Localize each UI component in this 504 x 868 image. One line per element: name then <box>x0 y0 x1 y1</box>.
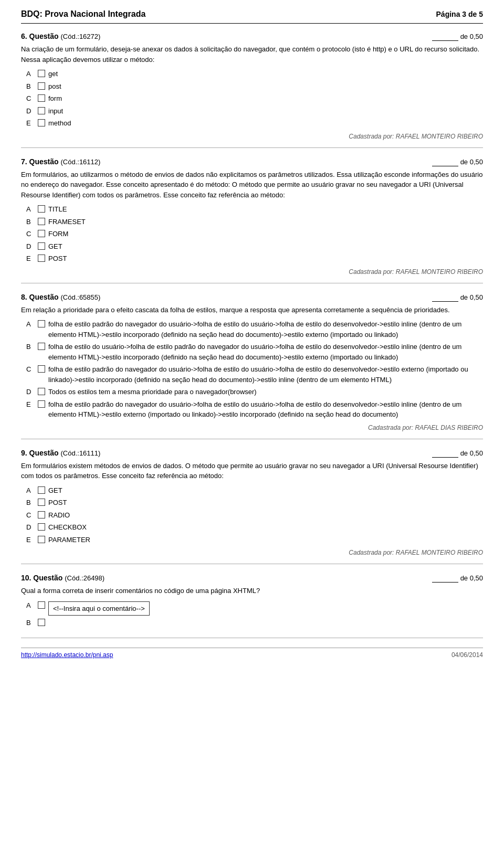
question-9-option-c: C RADIO <box>26 510 483 521</box>
question-9-option-d: D CHECKBOX <box>26 522 483 533</box>
question-9-option-e: E PARAMETER <box>26 535 483 545</box>
question-8-registered: Cadastrada por: RAFAEL DIAS RIBEIRO <box>21 424 483 431</box>
question-7-options: A TITLE B FRAMESET C FORM D GET <box>26 204 483 264</box>
question-10-title: 10. Questão (Cód.:26498) <box>21 574 104 582</box>
checkbox-8-e[interactable] <box>38 400 45 408</box>
checkbox-10-b[interactable] <box>38 619 45 626</box>
question-9-score: de 0,50 <box>432 449 483 458</box>
question-8-option-c: C folha de estilo padrão do navegador do… <box>26 364 483 385</box>
question-7-option-d: D GET <box>26 241 483 252</box>
checkbox-8-c[interactable] <box>38 365 45 373</box>
question-9-option-a: A GET <box>26 485 483 496</box>
question-10-options: A <!--Insira aqui o comentário--> B <box>26 600 483 628</box>
question-6-registered: Cadastrada por: RAFAEL MONTEIRO RIBEIRO <box>21 133 483 140</box>
question-6-option-b: B post <box>26 81 483 92</box>
question-6-option-e: E method <box>26 118 483 129</box>
checkbox-7-b[interactable] <box>38 218 45 225</box>
question-7-title: 7. Questão (Cód.:16112) <box>21 157 100 166</box>
question-9-options: A GET B POST C RADIO D CHECKBOX <box>26 485 483 545</box>
footer-url[interactable]: http://simulado.estacio.br/pni.asp <box>21 651 113 659</box>
checkbox-6-c[interactable] <box>38 94 45 102</box>
question-7-header: 7. Questão (Cód.:16112) de 0,50 <box>21 157 483 166</box>
question-8-body: Em relação a prioridade para o efeito ca… <box>21 305 483 315</box>
question-8-header: 8. Questão (Cód.:65855) de 0,50 <box>21 293 483 302</box>
question-7-option-b: B FRAMESET <box>26 217 483 227</box>
question-7-option-a: A TITLE <box>26 204 483 215</box>
checkbox-6-a[interactable] <box>38 70 45 77</box>
checkbox-8-a[interactable] <box>38 320 45 327</box>
checkbox-6-e[interactable] <box>38 119 45 126</box>
question-8: 8. Questão (Cód.:65855) de 0,50 Em relaç… <box>21 293 483 439</box>
checkbox-9-a[interactable] <box>38 486 45 494</box>
question-10-option-a: A <!--Insira aqui o comentário--> <box>26 600 483 616</box>
question-10: 10. Questão (Cód.:26498) de 0,50 Qual a … <box>21 574 483 638</box>
question-7-registered: Cadastrada por: RAFAEL MONTEIRO RIBEIRO <box>21 268 483 276</box>
checkbox-9-b[interactable] <box>38 499 45 506</box>
checkbox-8-d[interactable] <box>38 388 45 395</box>
checkbox-9-c[interactable] <box>38 511 45 518</box>
question-9-option-b: B POST <box>26 497 483 508</box>
question-8-option-e: E folha de estilo padrão do navegador do… <box>26 399 483 420</box>
question-8-option-b: B folha de estilo do usuário->folha de e… <box>26 342 483 362</box>
checkbox-7-a[interactable] <box>38 205 45 213</box>
question-7-option-e: E POST <box>26 253 483 264</box>
checkbox-6-d[interactable] <box>38 107 45 114</box>
question-6-score: de 0,50 <box>432 33 483 41</box>
question-8-score: de 0,50 <box>432 293 483 302</box>
question-9-header: 9. Questão (Cód.:16111) de 0,50 <box>21 449 483 458</box>
question-6-title: 6. Questão (Cód.:16272) <box>21 32 100 40</box>
question-7-score: de 0,50 <box>432 158 483 166</box>
question-6-option-d: D input <box>26 106 483 117</box>
question-9: 9. Questão (Cód.:16111) de 0,50 Em formu… <box>21 449 483 565</box>
checkbox-9-d[interactable] <box>38 523 45 531</box>
question-7-body: Em formulários, ao utilizarmos o método … <box>21 170 483 200</box>
page-footer: http://simulado.estacio.br/pni.asp 04/06… <box>21 648 483 659</box>
checkbox-7-d[interactable] <box>38 242 45 250</box>
question-7-option-c: C FORM <box>26 229 483 239</box>
question-9-registered: Cadastrada por: RAFAEL MONTEIRO RIBEIRO <box>21 549 483 556</box>
question-6-option-a: A get <box>26 69 483 79</box>
question-8-option-d: D Todos os estilos tem a mesma prioridad… <box>26 387 483 397</box>
question-6-options: A get B post C form D input <box>26 69 483 129</box>
checkbox-6-b[interactable] <box>38 82 45 90</box>
answer-box-10-a: <!--Insira aqui o comentário--> <box>48 601 150 616</box>
question-9-body: Em formulários existem métodos de envios… <box>21 461 483 481</box>
question-8-title: 8. Questão (Cód.:65855) <box>21 293 100 301</box>
question-6: 6. Questão (Cód.:16272) de 0,50 Na criaç… <box>21 32 483 148</box>
question-10-option-b: B <box>26 618 483 628</box>
question-10-header: 10. Questão (Cód.:26498) de 0,50 <box>21 574 483 583</box>
footer-date: 04/06/2014 <box>452 651 483 659</box>
checkbox-7-c[interactable] <box>38 230 45 237</box>
question-7: 7. Questão (Cód.:16112) de 0,50 Em formu… <box>21 157 483 283</box>
question-10-body: Qual a forma correta de inserir comentár… <box>21 586 483 596</box>
question-6-header: 6. Questão (Cód.:16272) de 0,50 <box>21 32 483 41</box>
question-8-option-a: A folha de estilo padrão do navegador do… <box>26 319 483 340</box>
checkbox-8-b[interactable] <box>38 343 45 350</box>
checkbox-10-a[interactable] <box>38 601 45 609</box>
checkbox-7-e[interactable] <box>38 255 45 262</box>
question-9-title: 9. Questão (Cód.:16111) <box>21 449 100 457</box>
question-10-score: de 0,50 <box>432 574 483 583</box>
page-header: BDQ: Prova Nacional Integrada Página 3 d… <box>21 5 483 24</box>
questions-container: 6. Questão (Cód.:16272) de 0,50 Na criaç… <box>21 32 483 638</box>
checkbox-9-e[interactable] <box>38 536 45 543</box>
page-title: BDQ: Prova Nacional Integrada <box>21 9 145 19</box>
question-6-option-c: C form <box>26 93 483 104</box>
question-6-body: Na criação de um formulário, deseja-se a… <box>21 44 483 65</box>
question-8-options: A folha de estilo padrão do navegador do… <box>26 319 483 420</box>
page-wrapper: BDQ: Prova Nacional Integrada Página 3 d… <box>0 0 504 669</box>
page-number: Página 3 de 5 <box>436 10 483 18</box>
